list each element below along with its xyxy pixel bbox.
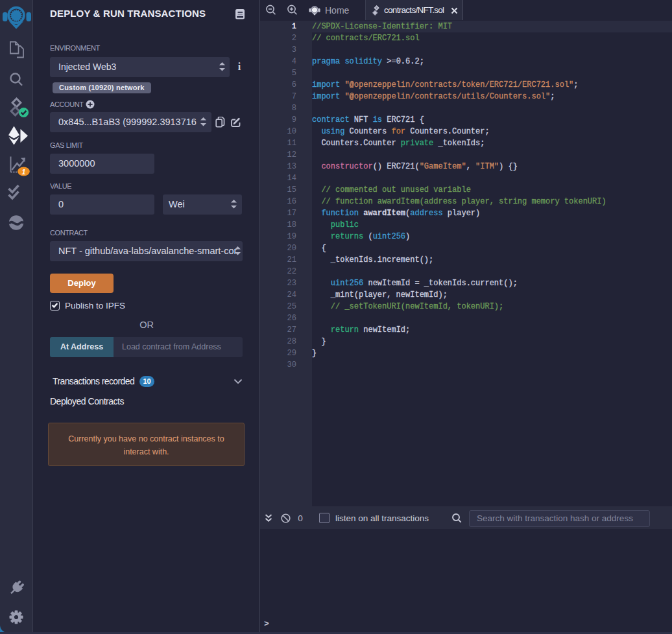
svg-text:1: 1	[22, 168, 26, 176]
